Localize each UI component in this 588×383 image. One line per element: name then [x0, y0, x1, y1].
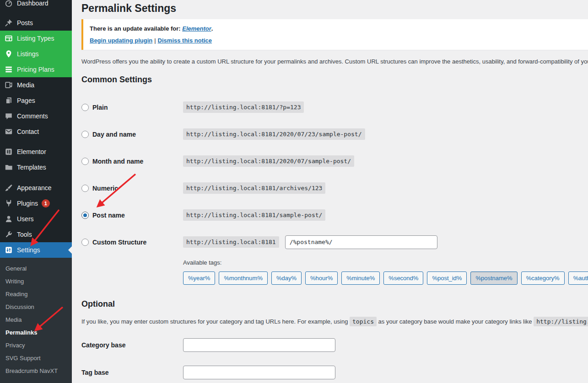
submenu-item-label: Breadcrumb NavXT — [5, 367, 58, 374]
submenu-item-general[interactable]: General — [0, 262, 72, 275]
optional-description: If you like, you may enter custom struct… — [81, 318, 588, 325]
table-row-post-name: Post name http://listing.local:8181/samp… — [81, 202, 588, 229]
category-base-row: Category base — [81, 338, 588, 352]
table-row-plain: Plain http://listing.local:8181/?p=123 — [81, 94, 588, 121]
example-url: http://listing.local:8181/2020/07/sample… — [183, 155, 354, 167]
month-and-name-radio[interactable] — [81, 158, 89, 165]
option-label[interactable]: Day and name — [92, 131, 136, 138]
elementor-icon — [4, 147, 13, 156]
tag-button-postname[interactable]: %postname% — [470, 271, 517, 285]
dismiss-notice-link[interactable]: Dismiss this notice — [158, 37, 212, 44]
sidebar-item-contact[interactable]: Contact — [0, 124, 72, 139]
sidebar-item-label: Pricing Plans — [17, 66, 54, 73]
submenu-item-writing[interactable]: Writing — [0, 275, 72, 287]
notice-text: There is an update available for: — [90, 25, 182, 32]
topics-code: topics — [350, 317, 377, 326]
tag-button-monthnum[interactable]: %monthnum% — [219, 271, 268, 285]
submenu-item-label: Permalinks — [5, 329, 37, 336]
sidebar-item-media[interactable]: Media — [0, 77, 72, 93]
sidebar-item-appearance[interactable]: Appearance — [0, 180, 72, 196]
submenu-item-discussion[interactable]: Discussion — [0, 300, 72, 313]
option-label[interactable]: Post name — [92, 212, 125, 219]
dashboard-icon — [4, 0, 13, 8]
sidebar-item-tools[interactable]: Tools — [0, 227, 72, 242]
plain-radio[interactable] — [81, 104, 89, 111]
submenu-item-label: Media — [5, 316, 22, 323]
tag-button-author[interactable]: %author% — [568, 271, 588, 285]
submenu-item-breadcrumb-navxt[interactable]: Breadcrumb NavXT — [0, 364, 72, 377]
option-label[interactable]: Numeric — [92, 185, 118, 192]
category-link-example-code: http://listing.local:8181/topics/uncateg… — [534, 317, 588, 326]
sidebar-item-plugins[interactable]: Plugins 1 — [0, 196, 72, 211]
option-label[interactable]: Custom Structure — [92, 239, 146, 246]
admin-sidebar: Dashboard Posts Listing Types Listings P… — [0, 0, 72, 383]
example-url: http://listing.local:8181/2020/07/23/sam… — [183, 128, 365, 140]
optional-desc-text: If you like, you may enter custom struct… — [81, 318, 348, 325]
submenu-item-svg-support[interactable]: SVG Support — [0, 351, 72, 364]
sidebar-item-label: Listing Types — [17, 35, 54, 42]
user-icon — [4, 214, 13, 223]
sidebar-item-settings[interactable]: Settings — [0, 242, 72, 258]
plugin-icon — [4, 199, 13, 208]
page-title: Permalink Settings — [81, 0, 588, 18]
sidebar-item-label: Plugins — [17, 200, 38, 207]
sidebar-item-listings[interactable]: Listings — [0, 46, 72, 62]
numeric-radio[interactable] — [81, 185, 89, 192]
tag-button-day[interactable]: %day% — [271, 271, 302, 285]
elementor-link[interactable]: Elementor — [182, 25, 211, 32]
tag-button-category[interactable]: %category% — [521, 271, 565, 285]
update-notice: There is an update available for: Elemen… — [81, 19, 588, 50]
sidebar-item-pages[interactable]: Pages — [0, 93, 72, 108]
notice-actions: Begin updating plugin|Dismiss this notic… — [90, 37, 588, 44]
sidebar-item-dashboard[interactable]: Dashboard — [0, 0, 72, 11]
comment-icon — [4, 112, 13, 121]
location-pin-icon — [4, 49, 13, 59]
admin-menu: Dashboard Posts Listing Types Listings P… — [0, 0, 72, 258]
sidebar-item-templates[interactable]: Templates — [0, 160, 72, 175]
option-label[interactable]: Month and name — [92, 158, 143, 165]
sidebar-item-elementor[interactable]: Elementor — [0, 144, 72, 160]
day-and-name-radio[interactable] — [81, 131, 89, 138]
submenu-item-reading[interactable]: Reading — [0, 287, 72, 300]
pages-icon — [4, 96, 13, 105]
sidebar-item-label: Posts — [17, 19, 33, 27]
tag-button-hour[interactable]: %hour% — [305, 271, 338, 285]
custom-structure-input[interactable] — [285, 235, 437, 249]
pushpin-icon — [4, 18, 13, 27]
custom-structure-radio[interactable] — [81, 239, 89, 246]
pricing-plans-icon — [4, 65, 13, 74]
sidebar-item-comments[interactable]: Comments — [0, 108, 72, 124]
sidebar-item-pricing-plans[interactable]: Pricing Plans — [0, 62, 72, 77]
update-count-badge: 1 — [42, 199, 50, 207]
tag-button-minute[interactable]: %minute% — [341, 271, 380, 285]
post-name-radio[interactable] — [81, 212, 89, 219]
sidebar-item-label: Elementor — [17, 148, 46, 155]
tag-button-year[interactable]: %year% — [183, 271, 215, 285]
notice-text-suffix: . — [211, 25, 213, 32]
sidebar-item-posts[interactable]: Posts — [0, 15, 72, 31]
sidebar-item-label: Pages — [17, 97, 35, 104]
submenu-item-privacy[interactable]: Privacy — [0, 339, 72, 351]
category-base-input[interactable] — [183, 338, 335, 352]
sidebar-item-users[interactable]: Users — [0, 211, 72, 227]
tag-button-second[interactable]: %second% — [383, 271, 423, 285]
notice-message: There is an update available for: Elemen… — [90, 25, 588, 32]
submenu-item-label: Reading — [5, 291, 27, 298]
submenu-item-label: General — [5, 265, 27, 272]
submenu-item-label: Privacy — [5, 342, 25, 349]
brush-icon — [4, 183, 13, 192]
tag-base-input[interactable] — [183, 366, 335, 379]
table-row-day-and-name: Day and name http://listing.local:8181/2… — [81, 121, 588, 148]
wrench-icon — [4, 230, 13, 239]
optional-heading: Optional — [81, 299, 588, 309]
site-url-prefix: http://listing.local:8181 — [183, 236, 279, 248]
available-tags-area: Available tags: %year% %monthnum% %day% … — [183, 259, 588, 285]
submenu-item-media[interactable]: Media — [0, 313, 72, 326]
option-label[interactable]: Plain — [92, 104, 108, 111]
submenu-item-permalinks[interactable]: Permalinks — [0, 326, 72, 339]
sidebar-item-listing-types[interactable]: Listing Types — [0, 31, 72, 46]
sidebar-item-label: Dashboard — [17, 0, 49, 7]
example-url: http://listing.local:8181/sample-post/ — [183, 209, 325, 221]
begin-updating-plugin-link[interactable]: Begin updating plugin — [90, 37, 152, 44]
tag-button-post-id[interactable]: %post_id% — [427, 271, 467, 285]
